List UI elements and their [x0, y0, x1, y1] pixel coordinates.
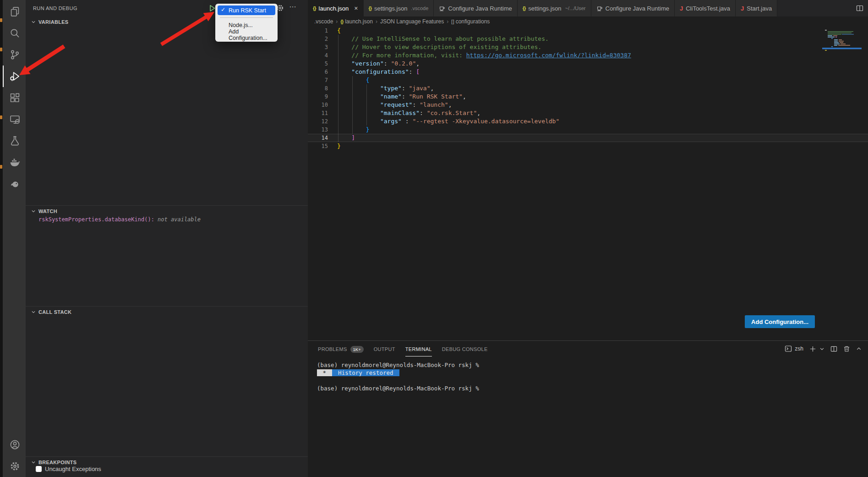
line-content: "name": "Run RSK Start",: [337, 93, 466, 101]
tab-label: Configure Java Runtime: [606, 5, 669, 12]
breadcrumb-item[interactable]: {}launch.json: [340, 18, 373, 25]
code-line[interactable]: 4 // For more information, visit: https:…: [308, 51, 868, 60]
code-line[interactable]: 1{: [308, 27, 868, 35]
code-line[interactable]: 3 // Hover to view descriptions of exist…: [308, 43, 868, 51]
code-line[interactable]: 11 "mainClass": "co.rsk.Start",: [308, 109, 868, 117]
activity-item-search[interactable]: [3, 22, 26, 44]
comment-link[interactable]: https://go.microsoft.com/fwlink/?linkid=…: [466, 52, 631, 59]
trash-icon[interactable]: [843, 345, 850, 352]
tab-label: Start.java: [747, 5, 772, 12]
activity-item-remote-explorer[interactable]: [3, 109, 26, 130]
panel-tab-output[interactable]: OUTPUT: [374, 341, 395, 356]
activity-item-testing[interactable]: [3, 130, 26, 152]
breakpoint-checkbox[interactable]: [36, 466, 42, 472]
panel-tab-terminal[interactable]: TERMINAL: [405, 341, 432, 356]
shell-label[interactable]: zsh: [795, 345, 803, 352]
line-number: 6: [308, 68, 328, 76]
breadcrumb-item[interactable]: [ ]configurations: [451, 18, 490, 25]
close-icon[interactable]: ×: [354, 5, 358, 11]
code-line[interactable]: 15}: [308, 142, 868, 150]
more-actions-icon[interactable]: …: [289, 1, 297, 9]
code-line[interactable]: 9 "name": "Run RSK Start",: [308, 93, 868, 101]
breakpoint-label[interactable]: Uncaught Exceptions: [45, 466, 101, 472]
json-symbol-icon: {}: [340, 19, 343, 24]
editor-tab[interactable]: Configure Java Runtime: [434, 0, 517, 16]
activity-item-settings-gear[interactable]: [3, 455, 26, 477]
breadcrumb-separator: ›: [376, 18, 377, 25]
terminal-icon: [785, 345, 792, 352]
editor-tab[interactable]: {}launch.json×: [308, 0, 364, 16]
activity-item-source-control[interactable]: [3, 44, 26, 66]
code-line[interactable]: 5 "version": "0.2.0",: [308, 60, 868, 68]
editor-tab[interactable]: JStart.java: [736, 0, 777, 16]
menu-item[interactable]: Add Configuration...: [215, 30, 278, 39]
section-label: BREAKPOINTS: [38, 460, 76, 465]
editor-tab[interactable]: JCliToolsTest.java: [675, 0, 736, 16]
chevron-up-icon[interactable]: [856, 346, 862, 351]
minimap[interactable]: [822, 28, 862, 58]
chevron-down-icon[interactable]: [819, 346, 824, 351]
tab-description: .vscode: [411, 5, 428, 11]
editor-tab[interactable]: Configure Java Runtime: [591, 0, 675, 16]
section-label: VARIABLES: [38, 19, 68, 25]
json-file-icon: {}: [313, 5, 316, 11]
activity-item-gradle[interactable]: [3, 173, 26, 195]
add-configuration-button[interactable]: Add Configuration...: [745, 315, 815, 328]
watch-expression-row[interactable]: rskSystemProperties.databaseKind(): not …: [38, 216, 201, 223]
edge-mark: [0, 18, 2, 22]
panel-tab-debug-console[interactable]: DEBUG CONSOLE: [442, 341, 488, 356]
code-line[interactable]: 8 "type": "java",: [308, 84, 868, 93]
panel-tab-label: OUTPUT: [374, 346, 395, 352]
section-watch[interactable]: WATCH: [26, 205, 308, 216]
activity-item-extensions[interactable]: [3, 87, 26, 109]
extensions-icon: [10, 93, 20, 103]
editor-tab[interactable]: {}settings.json.vscode: [364, 0, 434, 16]
activity-item-run-and-debug[interactable]: [3, 66, 26, 87]
line-number: 13: [308, 126, 328, 134]
breadcrumb-separator: ›: [336, 18, 338, 25]
terminal-line: (base) reynoldmorel@Reynolds-MacBook-Pro…: [317, 361, 868, 369]
activity-item-docker[interactable]: [3, 152, 26, 173]
problems-count-badge: 1K+: [350, 346, 364, 353]
code-line[interactable]: 14 ]: [308, 134, 868, 142]
code-line[interactable]: 13 }: [308, 126, 868, 134]
code-area[interactable]: 1{2 // Use IntelliSense to learn about p…: [308, 27, 868, 150]
breadcrumb-item[interactable]: JSON Language Features: [380, 18, 444, 25]
line-content: ]: [337, 134, 355, 142]
source-control-icon: [10, 49, 20, 60]
code-line[interactable]: 12 "args" : "--regtest -Xkeyvalue.dataso…: [308, 117, 868, 126]
code-line[interactable]: 6 "configurations": [: [308, 68, 868, 76]
panel-tab-problems[interactable]: PROBLEMS1K+: [318, 341, 364, 356]
line-number: 1: [308, 27, 328, 35]
breakpoint-row: Uncaught Exceptions: [36, 466, 101, 472]
code-line[interactable]: 7 {: [308, 76, 868, 84]
chevron-down-icon: [31, 209, 36, 214]
chevron-down-icon: [31, 310, 36, 314]
editor-tab[interactable]: {}settings.json~/.../User: [518, 0, 591, 16]
breadcrumb-separator: ›: [447, 18, 448, 25]
chevron-down-icon: [31, 20, 36, 24]
breadcrumb-item[interactable]: .vscode: [314, 18, 333, 25]
activity-item-explorer[interactable]: [3, 1, 26, 22]
menu-item-label: Add Configuration...: [229, 28, 278, 41]
line-content: "configurations": [: [337, 68, 420, 76]
panel-header: PROBLEMS1K+OUTPUTTERMINALDEBUG CONSOLE z…: [308, 341, 868, 356]
line-number: 5: [308, 60, 328, 68]
breadcrumb-label: launch.json: [345, 18, 373, 25]
tab-label: launch.json: [319, 5, 349, 12]
code-line[interactable]: 10 "request": "launch",: [308, 101, 868, 109]
menu-item[interactable]: ✓Run RSK Start: [218, 5, 275, 15]
activity-item-account[interactable]: [3, 434, 26, 455]
editor-tab-bar: {}launch.json×{}settings.json.vscodeConf…: [308, 0, 868, 16]
split-editor-icon[interactable]: [856, 0, 868, 16]
new-terminal-icon[interactable]: [809, 345, 816, 352]
line-number: 14: [308, 134, 328, 142]
code-line[interactable]: 2 // Use IntelliSense to learn about pos…: [308, 35, 868, 43]
breadcrumb-label: configurations: [456, 18, 490, 25]
editor[interactable]: 1{2 // Use IntelliSense to learn about p…: [308, 27, 868, 340]
explorer-icon: [10, 6, 20, 17]
terminal-output[interactable]: (base) reynoldmorel@Reynolds-MacBook-Pro…: [308, 356, 868, 392]
section-call-stack[interactable]: CALL STACK: [26, 306, 308, 317]
split-terminal-icon[interactable]: [830, 345, 837, 352]
json-file-icon: {}: [369, 5, 372, 11]
